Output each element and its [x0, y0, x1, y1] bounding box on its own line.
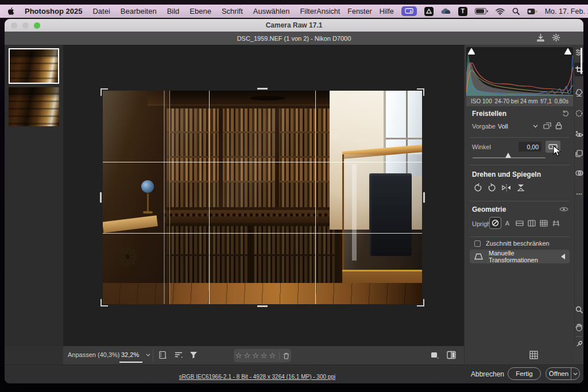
chevron-down-icon[interactable] [533, 125, 538, 128]
star-5[interactable]: ☆ [269, 351, 276, 360]
control-center-icon[interactable] [527, 8, 537, 15]
file-info-text: DSC_1959.NEF (1 von 2) - Nikon D7000 [237, 35, 351, 42]
menu-fenster[interactable]: Fenster [347, 7, 372, 15]
menu-datei[interactable]: Datei [92, 7, 110, 15]
grid-line-vertical [315, 91, 316, 304]
apple-menu-icon[interactable] [7, 7, 14, 15]
crop-handle-bottom-right[interactable] [417, 299, 424, 306]
menu-schrift[interactable]: Schrift [222, 7, 243, 15]
zoom-chevron-icon[interactable] [146, 354, 150, 356]
menu-bearbeiten[interactable]: Bearbeiten [121, 7, 157, 15]
crop-handle-right[interactable] [423, 192, 425, 203]
manual-transform-bar[interactable]: Manuelle Transformationen [470, 250, 570, 263]
upright-full-button[interactable] [538, 218, 549, 228]
trash-icon[interactable] [283, 352, 289, 359]
filmstrip-thumb-2[interactable] [9, 87, 59, 126]
menu-filter[interactable]: Filter [300, 7, 316, 15]
presets-tool-icon[interactable] [575, 150, 583, 157]
upright-guided-button[interactable] [550, 218, 561, 228]
histogram[interactable] [466, 47, 573, 96]
crop-handle-top-right[interactable] [417, 88, 424, 96]
exif-bar: ISO 100 24-70 bei 24 mm f/7,1 0,80s [466, 96, 573, 106]
star-1[interactable]: ☆ [235, 351, 242, 360]
battery-icon[interactable] [475, 8, 488, 14]
before-after-view-icon[interactable] [447, 351, 456, 359]
cancel-button[interactable]: Abbrechen [471, 370, 504, 378]
t-app-icon[interactable]: T [458, 7, 467, 16]
rotate-left-icon[interactable] [473, 183, 482, 192]
menu-app-name[interactable]: Photoshop 2025 [25, 7, 82, 15]
photo-glass-sheen [167, 108, 336, 207]
crop-box[interactable] [103, 91, 422, 304]
reset-crop-icon[interactable] [562, 109, 570, 117]
swap-aspect-icon[interactable] [543, 122, 552, 130]
screen-mirroring-icon[interactable] [401, 6, 417, 16]
photo-case-glass [342, 154, 422, 270]
angle-label: Winkel [472, 143, 491, 150]
lock-icon[interactable] [555, 122, 562, 130]
triangle-app-icon[interactable] [424, 7, 434, 16]
remove-heal-tool-icon[interactable] [575, 89, 583, 96]
constrain-crop-checkbox[interactable] [474, 240, 481, 247]
crop-handle-top-left[interactable] [100, 88, 108, 96]
wifi-icon[interactable] [496, 8, 505, 15]
fit-zoom-button[interactable]: Anpassen (40,3%) [68, 351, 120, 358]
menu-ansicht[interactable]: Ansicht [316, 7, 340, 15]
menu-clock[interactable]: Mo. 17. Feb. 13:50 [545, 7, 588, 15]
upright-vertical-button[interactable] [526, 218, 537, 228]
filmstrip-toggle-icon[interactable] [158, 351, 167, 359]
menu-hilfe[interactable]: Hilfe [380, 7, 394, 15]
star-3[interactable]: ☆ [252, 351, 259, 360]
done-button[interactable]: Fertig [508, 367, 541, 380]
preferences-gear-icon[interactable] [552, 33, 560, 42]
zoom-window-button[interactable] [34, 22, 40, 29]
open-options-chevron-icon[interactable] [573, 372, 578, 375]
filter-funnel-icon[interactable] [189, 351, 198, 359]
masking-tool-icon[interactable] [575, 110, 583, 117]
crop-handle-bottom-left[interactable] [100, 299, 108, 306]
minimize-button[interactable] [22, 22, 29, 29]
zoom-level-value[interactable]: 32,2% [121, 351, 139, 358]
star-4[interactable]: ☆ [261, 351, 268, 360]
angle-slider-thumb[interactable] [505, 153, 511, 158]
photo-display-case [342, 148, 422, 304]
sort-order-icon[interactable] [175, 352, 183, 358]
workflow-options-link[interactable]: sRGB IEC61966-2.1 - 8 Bit - 4928 x 3264 … [179, 374, 335, 380]
crop-handle-top[interactable] [257, 88, 268, 90]
macos-menu-bar: Photoshop 2025 Datei Bearbeiten Bild Ebe… [0, 5, 588, 18]
upright-off-button[interactable] [490, 218, 501, 228]
menu-ebene[interactable]: Ebene [189, 7, 211, 15]
bottom-toolstrip: Anpassen (40,3%) 32,2% ☆ ☆ ☆ ☆ ☆ [5, 346, 583, 364]
window-titlebar[interactable]: Camera Raw 17.1 [5, 19, 583, 32]
preset-label: Vorgabe [472, 123, 496, 130]
angle-value-field[interactable]: 0,00 [519, 142, 541, 152]
preset-dropdown[interactable]: Voll [498, 123, 508, 130]
save-image-icon[interactable] [536, 33, 545, 42]
filmstrip-thumb-selected[interactable] [9, 48, 59, 84]
flip-vertical-icon[interactable] [516, 184, 525, 192]
menu-auswaehlen[interactable]: Auswählen [253, 7, 290, 15]
profiles-tool-icon[interactable] [575, 169, 583, 177]
hand-tool-icon[interactable] [575, 323, 583, 331]
upright-level-button[interactable] [514, 218, 525, 228]
photo-left-cabinet [103, 91, 170, 304]
preview-toggle-icon[interactable] [431, 352, 439, 359]
spotlight-search-icon[interactable] [512, 7, 520, 15]
crop-handle-left[interactable] [100, 192, 102, 203]
panel-scrollbar[interactable] [581, 48, 582, 74]
close-button[interactable] [11, 22, 17, 29]
menu-bild[interactable]: Bild [167, 7, 180, 15]
zoom-tool-icon[interactable] [575, 306, 583, 313]
more-tools-icon[interactable]: … [576, 189, 583, 196]
rotate-right-icon[interactable] [488, 183, 497, 192]
cloud-status-icon[interactable] [441, 7, 451, 15]
crop-handle-bottom[interactable] [257, 305, 268, 307]
collapse-triangle-icon[interactable] [561, 254, 565, 259]
grid-line-horizontal [103, 233, 422, 234]
geometry-visibility-eye-icon[interactable] [559, 206, 568, 212]
flip-horizontal-icon[interactable] [502, 184, 511, 192]
star-2[interactable]: ☆ [244, 351, 251, 360]
upright-auto-button[interactable]: A [502, 218, 513, 228]
overlay-grid-icon[interactable] [529, 351, 538, 359]
red-eye-tool-icon[interactable] [575, 130, 583, 138]
